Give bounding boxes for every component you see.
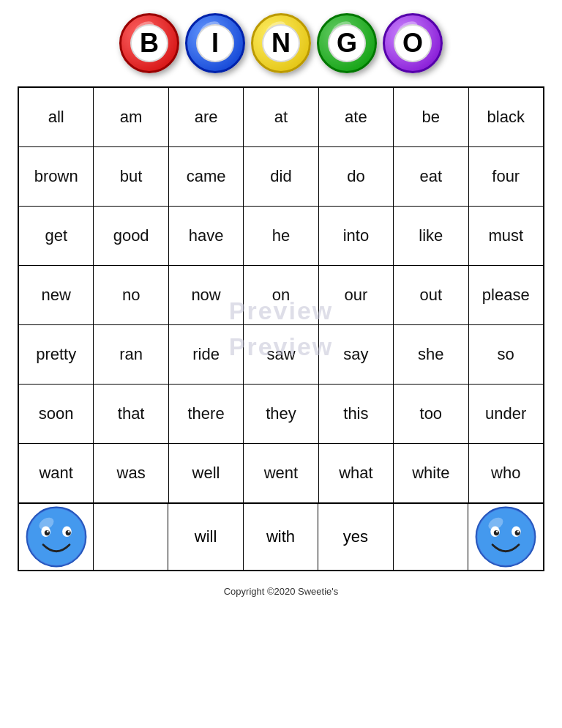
cell-they: they (244, 385, 318, 443)
cell-ride: ride (169, 325, 244, 384)
bingo-header: B I N G O (119, 13, 443, 73)
ball-B: B (119, 13, 179, 73)
cell-good: good (94, 207, 168, 265)
cell-soon: soon (19, 385, 94, 443)
svg-point-8 (67, 530, 70, 532)
svg-point-17 (517, 530, 520, 532)
cell-new: new (19, 266, 94, 324)
ball-I: I (185, 13, 245, 73)
cell-ate: ate (319, 88, 394, 146)
cell-that: that (94, 385, 168, 443)
cell-went: went (244, 444, 318, 502)
ball-O-letter: O (394, 24, 432, 62)
cell-like: like (394, 207, 468, 265)
grid-row-3: get good have he into like must (19, 207, 543, 266)
cell-well: well (169, 444, 244, 502)
cell-she: she (394, 325, 468, 384)
cell-came: came (169, 147, 244, 206)
cell-all: all (19, 88, 94, 146)
ball-G-letter: G (328, 24, 366, 62)
cell-brown: brown (19, 147, 94, 206)
right-smiley-face (473, 504, 539, 570)
cell-white: white (394, 444, 468, 502)
cell-this: this (319, 385, 394, 443)
ball-I-letter: I (196, 24, 234, 62)
cell-want: want (19, 444, 94, 502)
cell-out: out (394, 266, 468, 324)
ball-O: O (383, 13, 443, 73)
cell-will: will (168, 504, 243, 570)
svg-point-7 (46, 530, 48, 532)
smiley-empty-2 (394, 504, 468, 570)
cell-do: do (319, 147, 394, 206)
cell-into: into (319, 207, 394, 265)
grid-row-7: want was well went what white who (19, 444, 543, 502)
cell-now: now (169, 266, 244, 324)
cell-but: but (94, 147, 168, 206)
left-smiley-cell (19, 504, 94, 570)
svg-point-1 (28, 508, 84, 565)
cell-four: four (469, 147, 543, 206)
cell-am: am (94, 88, 168, 146)
grid-row-4: new no now on our out please (19, 266, 543, 325)
copyright: Copyright ©2020 Sweetie's (224, 586, 339, 597)
svg-point-10 (477, 508, 533, 565)
cell-did: did (244, 147, 318, 206)
cell-with: with (244, 504, 318, 570)
cell-at: at (244, 88, 318, 146)
cell-who: who (469, 444, 543, 502)
cell-are: are (169, 88, 244, 146)
bingo-grid: all am are at ate be black brown but cam… (18, 86, 544, 504)
cell-please: please (469, 266, 543, 324)
ball-B-letter: B (130, 24, 168, 62)
cell-yes: yes (318, 504, 393, 570)
ball-G: G (317, 13, 377, 73)
cell-too: too (394, 385, 468, 443)
cell-pretty: pretty (19, 325, 94, 384)
cell-on: on (244, 266, 318, 324)
svg-point-16 (496, 530, 498, 532)
cell-our: our (319, 266, 394, 324)
grid-row-5: pretty ran ride saw say she so (19, 325, 543, 385)
smiley-row: will with yes (18, 504, 544, 571)
cell-what: what (319, 444, 394, 502)
cell-must: must (469, 207, 543, 265)
bingo-grid-wrapper: Preview Preview all am are at ate be bla… (18, 86, 544, 571)
cell-he: he (244, 207, 318, 265)
cell-saw: saw (244, 325, 318, 384)
cell-be: be (394, 88, 468, 146)
cell-say: say (319, 325, 394, 384)
grid-row-2: brown but came did do eat four (19, 147, 543, 207)
cell-eat: eat (394, 147, 468, 206)
cell-ran: ran (94, 325, 168, 384)
grid-row-1: all am are at ate be black (19, 88, 543, 147)
cell-was: was (94, 444, 168, 502)
left-smiley-face (23, 504, 89, 570)
cell-get: get (19, 207, 94, 265)
cell-so: so (469, 325, 543, 384)
ball-N-letter: N (262, 24, 300, 62)
right-smiley-cell (468, 504, 543, 570)
cell-there: there (169, 385, 244, 443)
ball-N: N (251, 13, 311, 73)
cell-under: under (469, 385, 543, 443)
smiley-empty-1 (94, 504, 168, 570)
cell-black: black (469, 88, 543, 146)
cell-no: no (94, 266, 168, 324)
cell-have: have (169, 207, 244, 265)
grid-row-6: soon that there they this too under (19, 385, 543, 444)
